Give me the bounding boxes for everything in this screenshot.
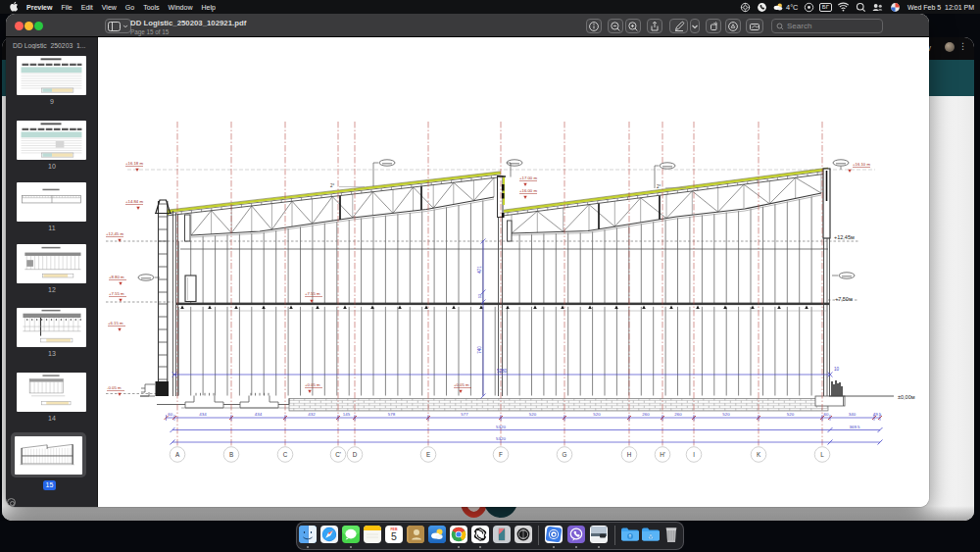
svg-text:I: I — [693, 451, 695, 458]
svg-text:520: 520 — [529, 412, 537, 417]
svg-text:60: 60 — [168, 412, 172, 417]
svg-text:C: C — [283, 451, 288, 458]
svg-text:5320: 5320 — [496, 436, 506, 441]
svg-text:145: 145 — [343, 412, 351, 417]
svg-text:577: 577 — [461, 412, 468, 417]
svg-text:E: E — [426, 451, 430, 458]
svg-text:G: G — [563, 451, 567, 458]
svg-text:B: B — [229, 451, 233, 458]
svg-text:2°: 2° — [657, 184, 662, 189]
svg-text:+14.84 m: +14.84 m — [125, 199, 143, 204]
svg-text:F: F — [499, 451, 503, 458]
svg-text:260: 260 — [674, 412, 682, 417]
svg-text:520: 520 — [593, 412, 601, 417]
svg-text:+7.55 m: +7.55 m — [305, 291, 320, 296]
svg-text:5280: 5280 — [497, 369, 508, 374]
svg-text:H': H' — [660, 451, 665, 458]
svg-text:12: 12 — [477, 293, 482, 298]
svg-text:-0.05 m: -0.05 m — [107, 385, 122, 390]
svg-text:+0.05 m: +0.05 m — [305, 382, 320, 387]
svg-text:C': C' — [335, 451, 341, 458]
svg-text:2°: 2° — [330, 183, 335, 188]
svg-text:+12,45м: +12,45м — [834, 234, 855, 240]
svg-text:49.5: 49.5 — [873, 412, 882, 417]
svg-text:60: 60 — [824, 412, 829, 417]
svg-text:+7,50м: +7,50м — [835, 296, 853, 302]
svg-text:520: 520 — [722, 412, 730, 417]
svg-text:434: 434 — [199, 412, 207, 417]
svg-text:+16.10 m: +16.10 m — [853, 162, 870, 167]
svg-text:+0.05 m: +0.05 m — [454, 382, 469, 387]
svg-text:434: 434 — [255, 412, 263, 417]
svg-text:260: 260 — [642, 412, 650, 417]
svg-text:+8.80 m: +8.80 m — [109, 275, 124, 279]
svg-text:5320: 5320 — [496, 425, 506, 429]
svg-text:578: 578 — [388, 412, 396, 417]
svg-text:+7.55 m: +7.55 m — [109, 291, 124, 296]
svg-text:520: 520 — [787, 412, 795, 417]
svg-text:10: 10 — [834, 367, 840, 372]
svg-text:432: 432 — [308, 412, 316, 417]
svg-text:+6.15 m: +6.15 m — [108, 321, 123, 326]
svg-text:471: 471 — [477, 266, 482, 274]
svg-text:H: H — [627, 451, 632, 458]
svg-text:5: 5 — [391, 530, 397, 542]
svg-text:369.5: 369.5 — [850, 425, 861, 429]
svg-text:+17.00 m: +17.00 m — [519, 176, 537, 180]
svg-text:+16.00 m: +16.00 m — [519, 188, 537, 193]
svg-text:D: D — [353, 451, 358, 458]
svg-text:±0,00м: ±0,00м — [898, 394, 915, 400]
svg-text:740: 740 — [477, 346, 482, 354]
svg-text:+12,45 m: +12,45 m — [106, 231, 123, 236]
svg-text:340: 340 — [849, 412, 857, 417]
svg-text:L: L — [820, 451, 824, 458]
svg-text:+16.18 m: +16.18 m — [125, 161, 143, 166]
